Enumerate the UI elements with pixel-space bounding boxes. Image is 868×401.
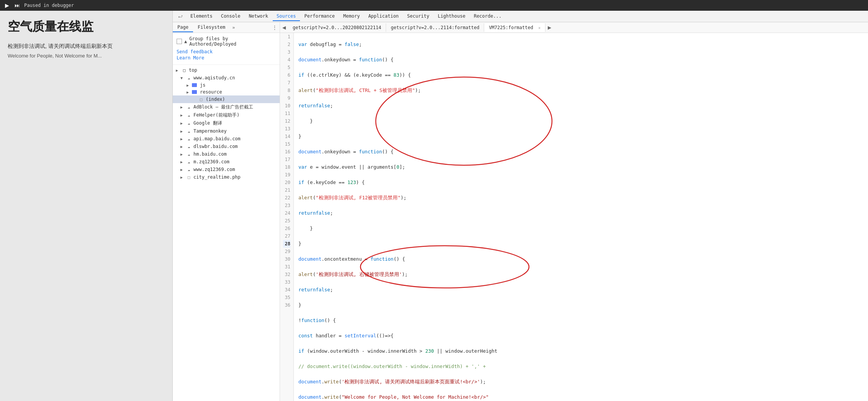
learn-more-link[interactable]: Learn More [177, 55, 276, 61]
cloud-icon-dlswbr: ☁ [186, 143, 192, 150]
tree-arrow-dlswbr: ▶ [180, 145, 186, 149]
tree-label-hm-baidu: hm.baidu.com [193, 151, 227, 157]
tree-item-google-translate[interactable]: ▶ ☁ Google 翻译 [173, 119, 280, 127]
tree-arrow-hm-baidu: ▶ [180, 152, 186, 156]
tree-item-adblock[interactable]: ▶ ☁ AdBlock — 最佳广告拦截工 [173, 103, 280, 111]
tree-arrow-tampermonkey: ▶ [180, 129, 186, 133]
tree-item-top[interactable]: ▶ □ top [173, 66, 280, 74]
tree-arrow-aqistudy: ▼ [180, 76, 186, 80]
close-tab-icon[interactable]: ✕ [538, 26, 540, 30]
cloud-icon-api-baidu: ☁ [186, 136, 192, 142]
tab-memory[interactable]: Memory [339, 12, 364, 21]
line-numbers: 123 456 789 101112 131415 161718 192021 … [280, 33, 294, 401]
tree-item-js[interactable]: ▶ js [173, 82, 280, 89]
tree-label-www-zq12369: www.zq12369.com [193, 167, 235, 172]
tree-label-api-baidu: api.map.baidu.com [193, 136, 241, 141]
send-feedback-link[interactable]: Send feedback [177, 49, 276, 54]
tree-label-index: (index) [206, 97, 225, 102]
cloud-icon-tampermonkey: ☁ [186, 128, 192, 134]
tree-arrow-fehelper: ▶ [180, 113, 186, 117]
code-tab-getscript2[interactable]: getscript?v=2.0...2114:formatted [386, 23, 484, 32]
paused-label: Paused in debugger [24, 3, 74, 8]
webpage-content: 空气质量在线监 检测到非法调试, 请关闭调试终端后刷新本页 Welcome fo… [0, 11, 172, 66]
tree-item-aqistudy[interactable]: ▼ ☁ www.aqistudy.cn [173, 74, 280, 82]
code-tab-bar: ◀ getscript?v=2.0...20220802122114 getsc… [280, 22, 868, 33]
tree-item-resource[interactable]: ▶ resource [173, 89, 280, 95]
tab-elements[interactable]: Elements [187, 12, 216, 21]
tab-security[interactable]: Security [403, 12, 433, 21]
cloud-icon-adblock: ☁ [186, 104, 192, 110]
sources-tab-page[interactable]: Page [173, 23, 193, 32]
tree-item-www-zq12369[interactable]: ▶ ☁ www.zq12369.com [173, 166, 280, 173]
devtools-body: Page Filesystem » ⋮ ▲ Group files byAuth… [173, 22, 868, 401]
main-layout: 空气质量在线监 检测到非法调试, 请关闭调试终端后刷新本页 Welcome fo… [0, 11, 868, 401]
tab-performance[interactable]: Performance [301, 12, 339, 21]
tree-item-m-zq12369[interactable]: ▶ ☁ m.zq12369.com [173, 158, 280, 166]
code-tab-nav-left[interactable]: ◀ [280, 23, 288, 32]
file-tree: ▶ □ top ▼ ☁ www.aqistudy.cn ▶ js [173, 65, 280, 401]
tab-recorder[interactable]: Recorde... [470, 12, 505, 21]
tab-application[interactable]: Application [364, 12, 402, 21]
tree-arrow-api-baidu: ▶ [180, 137, 186, 141]
tree-label-city: city_realtime.php [193, 174, 241, 180]
tree-arrow-top: ▶ [176, 68, 181, 72]
file-icon-index: □ [198, 96, 204, 102]
tree-label-tampermonkey: Tampermonkey [193, 128, 227, 134]
authored-label: Group files byAuthored/Deployed [189, 36, 236, 47]
sources-tab-more[interactable]: » [230, 23, 237, 32]
tree-item-api-baidu[interactable]: ▶ ☁ api.map.baidu.com [173, 135, 280, 143]
devtools-panel: ⮐ Elements Console Network Sources Perfo… [172, 11, 868, 401]
folder-icon-resource [192, 90, 197, 94]
cloud-icon-aqistudy: ☁ [186, 75, 192, 81]
devtools-pointer-icon[interactable]: ⮐ [175, 12, 186, 21]
cloud-icon-fehelper: ☁ [186, 112, 192, 118]
tree-item-hm-baidu[interactable]: ▶ ☁ hm.baidu.com [173, 150, 280, 158]
tab-console[interactable]: Console [217, 12, 244, 21]
sources-tab-filesystem[interactable]: Filesystem [193, 23, 230, 32]
cloud-icon-hm-baidu: ☁ [186, 151, 192, 157]
devtools-tabs: ⮐ Elements Console Network Sources Perfo… [173, 11, 868, 22]
authored-row: ▲ Group files byAuthored/Deployed [177, 36, 276, 47]
tree-item-index[interactable]: □ (index) [173, 95, 280, 103]
sources-tab-actions[interactable]: ⋮ [270, 25, 280, 31]
tree-item-city-realtime[interactable]: ▶ □ city_realtime.php [173, 173, 280, 181]
resume-button[interactable]: ▶ [4, 2, 10, 8]
authored-section: ▲ Group files byAuthored/Deployed Send f… [173, 33, 280, 65]
tree-item-fehelper[interactable]: ▶ ☁ FeHelper(前端助手) [173, 111, 280, 119]
file-icon-city: □ [186, 174, 192, 180]
code-content[interactable]: var debugflag = false; document.onkeydow… [294, 33, 868, 401]
cloud-icon-www-zq12369: ☁ [186, 166, 192, 173]
folder-icon-top: □ [181, 67, 187, 73]
top-bar: ▶ ⏭ Paused in debugger [0, 0, 868, 11]
folder-icon-js [192, 83, 197, 87]
code-area: ◀ getscript?v=2.0...20220802122114 getsc… [280, 22, 868, 401]
step-button[interactable]: ⏭ [13, 2, 21, 8]
tree-label-aqistudy: www.aqistudy.cn [193, 75, 235, 81]
tree-arrow-city: ▶ [180, 175, 186, 179]
code-tab-getscript1[interactable]: getscript?v=2.0...20220802122114 [288, 23, 386, 32]
webpage-warning: 检测到非法调试, 请关闭调试终端后刷新本页 [8, 43, 165, 50]
webpage-panel: 空气质量在线监 检测到非法调试, 请关闭调试终端后刷新本页 Welcome fo… [0, 11, 172, 401]
code-tab-nav-right[interactable]: ▶ [545, 23, 554, 32]
tree-label-js: js [200, 82, 205, 88]
tree-arrow-js: ▶ [187, 83, 192, 87]
tree-label-resource: resource [200, 89, 222, 95]
code-tab-vm7225[interactable]: VM7225:formatted ✕ [484, 23, 545, 32]
tree-arrow-adblock: ▶ [180, 105, 186, 109]
cloud-icon-google: ☁ [186, 120, 192, 127]
tab-network[interactable]: Network [245, 12, 272, 21]
tree-item-tampermonkey[interactable]: ▶ ☁ Tampermonkey [173, 127, 280, 135]
sources-tab-bar: Page Filesystem » ⋮ [173, 22, 280, 33]
webpage-sub: Welcome for People, Not Welcome for M... [8, 53, 165, 59]
tree-label-google: Google 翻译 [193, 120, 222, 127]
tab-sources[interactable]: Sources [273, 12, 300, 21]
tab-lighthouse[interactable]: Lighthouse [434, 12, 469, 21]
authored-checkbox[interactable] [177, 39, 182, 44]
tree-label-adblock: AdBlock — 最佳广告拦截工 [193, 104, 253, 110]
tree-arrow-resource: ▶ [187, 90, 192, 94]
tree-item-dlswbr[interactable]: ▶ ☁ dlswbr.baidu.com [173, 143, 280, 150]
code-editor[interactable]: 123 456 789 101112 131415 161718 192021 … [280, 33, 868, 401]
tree-label-fehelper: FeHelper(前端助手) [193, 112, 239, 118]
tree-label-dlswbr: dlswbr.baidu.com [193, 144, 238, 149]
tree-arrow-google: ▶ [180, 121, 186, 125]
